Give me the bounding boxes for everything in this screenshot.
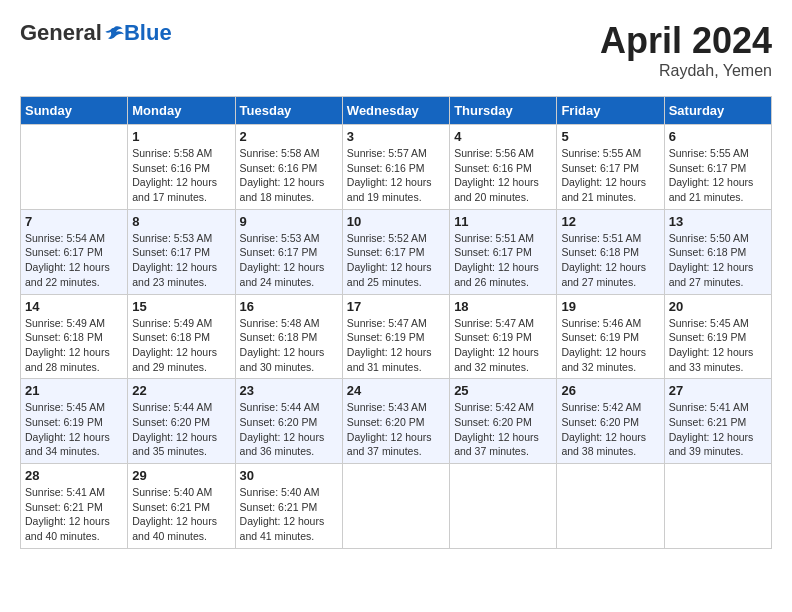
day-info: Sunrise: 5:54 AMSunset: 6:17 PMDaylight:… [25, 231, 123, 290]
day-number: 8 [132, 214, 230, 229]
day-number: 7 [25, 214, 123, 229]
day-info: Sunrise: 5:43 AMSunset: 6:20 PMDaylight:… [347, 400, 445, 459]
day-number: 14 [25, 299, 123, 314]
calendar-cell: 30Sunrise: 5:40 AMSunset: 6:21 PMDayligh… [235, 464, 342, 549]
calendar-cell: 24Sunrise: 5:43 AMSunset: 6:20 PMDayligh… [342, 379, 449, 464]
day-info: Sunrise: 5:45 AMSunset: 6:19 PMDaylight:… [669, 316, 767, 375]
calendar-cell: 6Sunrise: 5:55 AMSunset: 6:17 PMDaylight… [664, 125, 771, 210]
day-number: 25 [454, 383, 552, 398]
day-info: Sunrise: 5:44 AMSunset: 6:20 PMDaylight:… [240, 400, 338, 459]
calendar-cell [450, 464, 557, 549]
calendar-cell: 18Sunrise: 5:47 AMSunset: 6:19 PMDayligh… [450, 294, 557, 379]
calendar-cell: 29Sunrise: 5:40 AMSunset: 6:21 PMDayligh… [128, 464, 235, 549]
day-info: Sunrise: 5:44 AMSunset: 6:20 PMDaylight:… [132, 400, 230, 459]
calendar-cell [557, 464, 664, 549]
calendar-cell: 11Sunrise: 5:51 AMSunset: 6:17 PMDayligh… [450, 209, 557, 294]
calendar-week-1: 1Sunrise: 5:58 AMSunset: 6:16 PMDaylight… [21, 125, 772, 210]
day-number: 29 [132, 468, 230, 483]
day-info: Sunrise: 5:53 AMSunset: 6:17 PMDaylight:… [240, 231, 338, 290]
day-number: 10 [347, 214, 445, 229]
day-info: Sunrise: 5:42 AMSunset: 6:20 PMDaylight:… [561, 400, 659, 459]
calendar-cell: 4Sunrise: 5:56 AMSunset: 6:16 PMDaylight… [450, 125, 557, 210]
day-info: Sunrise: 5:40 AMSunset: 6:21 PMDaylight:… [132, 485, 230, 544]
day-number: 13 [669, 214, 767, 229]
header-wednesday: Wednesday [342, 97, 449, 125]
day-info: Sunrise: 5:46 AMSunset: 6:19 PMDaylight:… [561, 316, 659, 375]
day-info: Sunrise: 5:49 AMSunset: 6:18 PMDaylight:… [132, 316, 230, 375]
header-friday: Friday [557, 97, 664, 125]
day-number: 12 [561, 214, 659, 229]
day-number: 19 [561, 299, 659, 314]
calendar-cell: 1Sunrise: 5:58 AMSunset: 6:16 PMDaylight… [128, 125, 235, 210]
calendar-cell: 7Sunrise: 5:54 AMSunset: 6:17 PMDaylight… [21, 209, 128, 294]
day-info: Sunrise: 5:41 AMSunset: 6:21 PMDaylight:… [669, 400, 767, 459]
day-number: 20 [669, 299, 767, 314]
day-number: 17 [347, 299, 445, 314]
day-number: 18 [454, 299, 552, 314]
calendar-cell: 17Sunrise: 5:47 AMSunset: 6:19 PMDayligh… [342, 294, 449, 379]
day-info: Sunrise: 5:51 AMSunset: 6:18 PMDaylight:… [561, 231, 659, 290]
day-number: 5 [561, 129, 659, 144]
day-info: Sunrise: 5:50 AMSunset: 6:18 PMDaylight:… [669, 231, 767, 290]
day-info: Sunrise: 5:52 AMSunset: 6:17 PMDaylight:… [347, 231, 445, 290]
day-number: 9 [240, 214, 338, 229]
day-number: 22 [132, 383, 230, 398]
page-header: General Blue April 2024 Raydah, Yemen [20, 20, 772, 80]
calendar-cell [342, 464, 449, 549]
day-info: Sunrise: 5:56 AMSunset: 6:16 PMDaylight:… [454, 146, 552, 205]
day-number: 23 [240, 383, 338, 398]
day-number: 16 [240, 299, 338, 314]
calendar-cell: 21Sunrise: 5:45 AMSunset: 6:19 PMDayligh… [21, 379, 128, 464]
header-tuesday: Tuesday [235, 97, 342, 125]
calendar-header-row: SundayMondayTuesdayWednesdayThursdayFrid… [21, 97, 772, 125]
day-info: Sunrise: 5:53 AMSunset: 6:17 PMDaylight:… [132, 231, 230, 290]
calendar-week-2: 7Sunrise: 5:54 AMSunset: 6:17 PMDaylight… [21, 209, 772, 294]
calendar-table: SundayMondayTuesdayWednesdayThursdayFrid… [20, 96, 772, 549]
calendar-cell [664, 464, 771, 549]
calendar-cell: 28Sunrise: 5:41 AMSunset: 6:21 PMDayligh… [21, 464, 128, 549]
day-number: 4 [454, 129, 552, 144]
calendar-cell: 9Sunrise: 5:53 AMSunset: 6:17 PMDaylight… [235, 209, 342, 294]
calendar-cell: 27Sunrise: 5:41 AMSunset: 6:21 PMDayligh… [664, 379, 771, 464]
day-info: Sunrise: 5:47 AMSunset: 6:19 PMDaylight:… [454, 316, 552, 375]
day-number: 27 [669, 383, 767, 398]
day-number: 15 [132, 299, 230, 314]
calendar-week-3: 14Sunrise: 5:49 AMSunset: 6:18 PMDayligh… [21, 294, 772, 379]
calendar-cell: 2Sunrise: 5:58 AMSunset: 6:16 PMDaylight… [235, 125, 342, 210]
calendar-cell: 20Sunrise: 5:45 AMSunset: 6:19 PMDayligh… [664, 294, 771, 379]
day-info: Sunrise: 5:41 AMSunset: 6:21 PMDaylight:… [25, 485, 123, 544]
logo-general-text: General [20, 20, 102, 46]
day-info: Sunrise: 5:55 AMSunset: 6:17 PMDaylight:… [669, 146, 767, 205]
header-monday: Monday [128, 97, 235, 125]
day-number: 30 [240, 468, 338, 483]
day-info: Sunrise: 5:45 AMSunset: 6:19 PMDaylight:… [25, 400, 123, 459]
day-info: Sunrise: 5:40 AMSunset: 6:21 PMDaylight:… [240, 485, 338, 544]
title-block: April 2024 Raydah, Yemen [600, 20, 772, 80]
calendar-cell: 13Sunrise: 5:50 AMSunset: 6:18 PMDayligh… [664, 209, 771, 294]
header-saturday: Saturday [664, 97, 771, 125]
day-info: Sunrise: 5:47 AMSunset: 6:19 PMDaylight:… [347, 316, 445, 375]
day-number: 3 [347, 129, 445, 144]
day-number: 11 [454, 214, 552, 229]
calendar-cell: 22Sunrise: 5:44 AMSunset: 6:20 PMDayligh… [128, 379, 235, 464]
calendar-cell: 8Sunrise: 5:53 AMSunset: 6:17 PMDaylight… [128, 209, 235, 294]
calendar-week-5: 28Sunrise: 5:41 AMSunset: 6:21 PMDayligh… [21, 464, 772, 549]
location-text: Raydah, Yemen [600, 62, 772, 80]
calendar-cell: 5Sunrise: 5:55 AMSunset: 6:17 PMDaylight… [557, 125, 664, 210]
day-info: Sunrise: 5:58 AMSunset: 6:16 PMDaylight:… [240, 146, 338, 205]
day-info: Sunrise: 5:51 AMSunset: 6:17 PMDaylight:… [454, 231, 552, 290]
calendar-cell: 14Sunrise: 5:49 AMSunset: 6:18 PMDayligh… [21, 294, 128, 379]
day-info: Sunrise: 5:49 AMSunset: 6:18 PMDaylight:… [25, 316, 123, 375]
calendar-cell: 10Sunrise: 5:52 AMSunset: 6:17 PMDayligh… [342, 209, 449, 294]
calendar-cell: 26Sunrise: 5:42 AMSunset: 6:20 PMDayligh… [557, 379, 664, 464]
header-thursday: Thursday [450, 97, 557, 125]
day-number: 1 [132, 129, 230, 144]
day-number: 26 [561, 383, 659, 398]
day-number: 24 [347, 383, 445, 398]
day-info: Sunrise: 5:42 AMSunset: 6:20 PMDaylight:… [454, 400, 552, 459]
logo-bird-icon [104, 23, 124, 43]
calendar-cell [21, 125, 128, 210]
day-number: 21 [25, 383, 123, 398]
day-info: Sunrise: 5:58 AMSunset: 6:16 PMDaylight:… [132, 146, 230, 205]
day-number: 28 [25, 468, 123, 483]
